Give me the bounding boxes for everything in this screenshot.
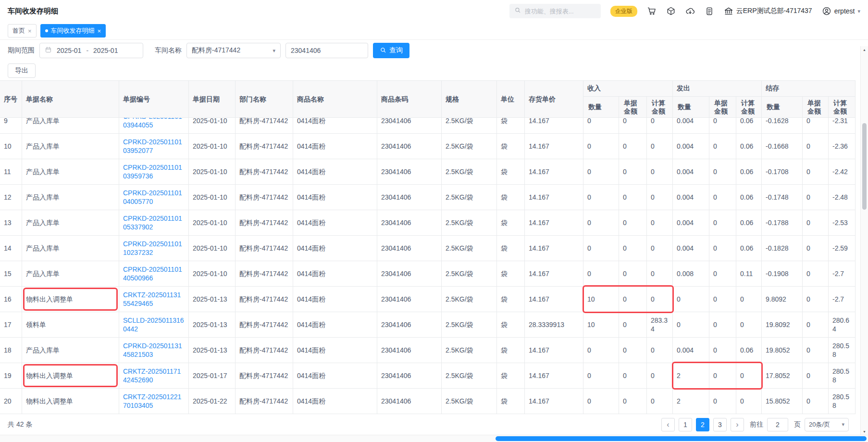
global-search[interactable]	[509, 4, 601, 18]
horizontal-scrollbar[interactable]	[0, 435, 868, 442]
cell-spec: 2.5KG/袋	[442, 312, 497, 338]
cell-bal_doc: 0	[803, 287, 829, 312]
cell-dept: 配料房-4717442	[236, 363, 293, 389]
table-row: 10产品入库单CPRKD-202501101039520772025-01-10…	[0, 134, 856, 159]
cart-icon[interactable]	[647, 6, 657, 16]
cell-name: 产品入库单	[22, 118, 119, 134]
cell-bal_doc: 0	[803, 210, 829, 236]
page-button-2[interactable]: 2	[696, 418, 709, 431]
sub-header: 计算金额	[736, 97, 762, 117]
user-menu[interactable]: erptest ▾	[822, 6, 860, 16]
cell-out_calc: 0	[736, 389, 762, 414]
close-icon[interactable]: ×	[28, 27, 32, 35]
vertical-scrollbar[interactable]: ▲ ▼	[860, 46, 868, 435]
page-button-3[interactable]: 3	[713, 418, 727, 431]
cell-doc[interactable]: CRKTZ-20250117142452690	[119, 363, 189, 389]
filter-bar: 期间范围 2025-01 - 2025-01 车间名称 配料房-4717442 …	[0, 40, 868, 61]
cell-doc[interactable]: CPRKD-20250110110237232	[119, 236, 189, 261]
workshop-value: 配料房-4717442	[192, 46, 240, 55]
cell-doc[interactable]: CPRKD-20250110140500966	[119, 261, 189, 287]
cell-doc[interactable]: CPRKD-20250110103959736	[119, 159, 189, 185]
cell-bal_qty: -0.1628	[762, 118, 803, 134]
cell-doc[interactable]: CRKTZ-20250113155429465	[119, 287, 189, 312]
cell-in_doc: 0	[619, 338, 647, 363]
clipboard-icon[interactable]	[705, 6, 714, 16]
period-range-picker[interactable]: 2025-01 - 2025-01	[39, 43, 143, 58]
org-selector[interactable]: 云ERP测试总部-4717437	[724, 6, 812, 16]
chevron-down-icon: ▾	[273, 48, 275, 54]
cell-no: 16	[0, 287, 22, 312]
cell-doc[interactable]: SCLLD-20250113160442	[119, 312, 189, 338]
vertical-scrollbar-thumb[interactable]	[862, 123, 867, 210]
sub-header: 单据金额	[709, 97, 736, 117]
cell-no: 19	[0, 363, 22, 389]
workshop-select[interactable]: 配料房-4717442 ▾	[186, 43, 281, 58]
close-icon[interactable]: ×	[98, 27, 101, 35]
tab-home[interactable]: 首页 ×	[8, 24, 37, 38]
cell-name: 领料单	[22, 312, 119, 338]
cell-price: 14.167	[525, 389, 583, 414]
cell-in_qty: 10	[583, 312, 619, 338]
export-button[interactable]: 导出	[8, 63, 36, 78]
cell-price: 14.167	[525, 159, 583, 185]
horizontal-scrollbar-thumb[interactable]	[496, 436, 867, 441]
package-icon[interactable]	[666, 6, 676, 16]
goto-page-input[interactable]	[767, 418, 788, 431]
cell-bal_qty: -0.1788	[762, 210, 803, 236]
page-size-select[interactable]: 20条/页 ▾	[805, 418, 849, 431]
cell-doc[interactable]: CPRKD-20250110105337902	[119, 210, 189, 236]
global-search-input[interactable]	[524, 7, 593, 15]
cell-no: 13	[0, 210, 22, 236]
barcode-input[interactable]	[285, 43, 368, 58]
avatar-icon	[822, 6, 831, 16]
next-page-button[interactable]: ›	[731, 418, 744, 431]
cell-doc[interactable]: CPRKD-20250113145821503	[119, 338, 189, 363]
edition-badge: 企业版	[610, 6, 637, 17]
group-header: 结存	[762, 81, 856, 97]
cell-out_calc: 0	[736, 287, 762, 312]
cell-in_calc: 0	[647, 287, 673, 312]
column-header: 存货单价	[525, 81, 583, 117]
cell-out_calc: 0.06	[736, 134, 762, 159]
sub-header: 数量	[762, 97, 803, 117]
prev-page-button[interactable]: ‹	[661, 418, 675, 431]
cell-in_calc: 283.34	[647, 312, 673, 338]
total-count: 共 42 条	[8, 420, 32, 429]
cell-dept: 配料房-4717442	[236, 312, 293, 338]
cell-price: 14.167	[525, 210, 583, 236]
cell-in_qty: 0	[583, 338, 619, 363]
cell-doc[interactable]: CPRKD-20250110103952077	[119, 134, 189, 159]
cloud-download-icon[interactable]	[685, 6, 695, 16]
cell-barcode: 23041406	[377, 134, 442, 159]
cell-in_qty: 0	[583, 389, 619, 414]
cell-product: 0414面粉	[293, 389, 377, 414]
cell-out_calc: 0.06	[736, 185, 762, 210]
cell-spec: 2.5KG/袋	[442, 363, 497, 389]
cell-barcode: 23041406	[377, 159, 442, 185]
cell-bal_calc: -2.7	[829, 261, 856, 287]
cell-bal_doc: 0	[803, 134, 829, 159]
cell-doc[interactable]: CPRKD-20250110103944055	[119, 118, 189, 134]
cell-doc[interactable]: CRKTZ-20250122170103405	[119, 389, 189, 414]
cell-out_doc: 0	[709, 210, 736, 236]
group-header: 发出	[673, 81, 762, 97]
table-row: 15产品入库单CPRKD-202501101405009662025-01-10…	[0, 261, 856, 287]
cell-product: 0414面粉	[293, 236, 377, 261]
cell-date: 2025-01-10	[189, 261, 236, 287]
sub-header: 单据金额	[803, 97, 829, 117]
scroll-up-icon[interactable]: ▲	[861, 46, 868, 53]
pagination: ‹ 123 › 前往 页 20条/页 ▾	[661, 418, 849, 431]
cell-out_qty: 2	[673, 389, 709, 414]
cell-name: 产品入库单	[22, 338, 119, 363]
cell-unit: 袋	[497, 338, 525, 363]
scroll-down-icon[interactable]: ▼	[861, 428, 868, 435]
page-button-1[interactable]: 1	[679, 418, 692, 431]
group-header: 收入	[583, 81, 673, 97]
cell-in_qty: 10	[583, 287, 619, 312]
query-button[interactable]: 查询	[373, 43, 409, 58]
cell-unit: 袋	[497, 236, 525, 261]
cell-out_doc: 0	[709, 185, 736, 210]
tab-workshop-detail[interactable]: 车间收发存明细 ×	[40, 24, 106, 38]
cell-doc[interactable]: CPRKD-20250110104005770	[119, 185, 189, 210]
cell-name: 产品入库单	[22, 159, 119, 185]
